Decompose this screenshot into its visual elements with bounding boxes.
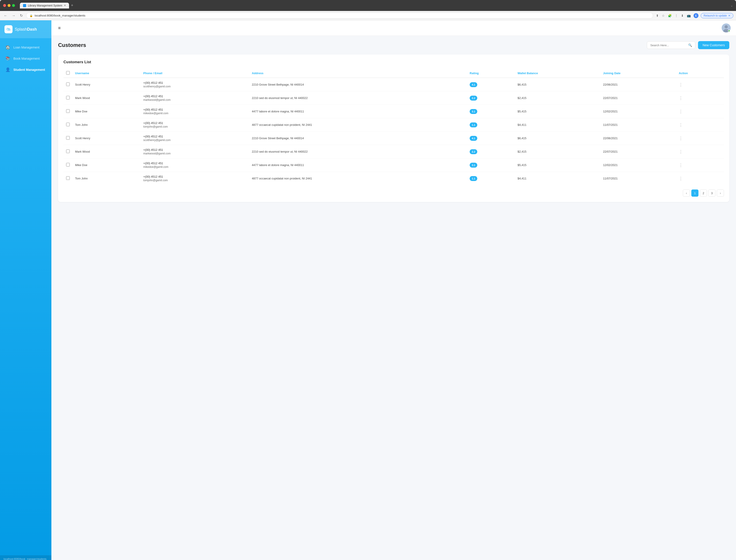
new-customers-button[interactable]: New Customers [698,41,729,49]
row-phone-email: +(00) 4512 451 markwood@gamil.com [141,145,249,158]
sidebar-label-loan: Loan Management [13,46,40,49]
page-1-button[interactable]: 1 [691,189,698,197]
rating-badge: 4.1 [470,136,477,141]
close-button[interactable] [3,4,6,7]
page-body: Customers 🔍 New Customers Customers List [51,36,736,560]
cast-icon[interactable]: 📺 [686,13,691,18]
sidebar-item-book[interactable]: 📚 Book Management [0,53,51,64]
row-checkbox[interactable] [66,96,70,99]
row-username: Mark Wood [72,145,141,158]
row-rating: 2.2 [467,145,515,158]
rating-badge: 3.1 [470,163,477,168]
share-icon[interactable]: ⬆ [655,13,659,18]
action-menu-button[interactable]: ⋮ [679,123,683,127]
row-phone-email: +(00) 4512 451 tomjohn@gamil.com [141,118,249,132]
logo-icon: 🛍 [4,25,13,33]
row-checkbox[interactable] [66,123,70,126]
row-email: mikedoe@gamil.com [143,112,246,115]
row-email: tomjohn@gamil.com [143,125,246,128]
row-action: ⋮ [676,78,724,91]
back-button[interactable]: ← [3,13,8,18]
row-joining-date: 22/06/2021 [600,132,676,145]
row-username: Mike Doe [72,158,141,172]
row-joining-date: 11/07/2021 [600,118,676,132]
bookmark-icon[interactable]: ☆ [661,13,665,18]
action-menu-button[interactable]: ⋮ [679,176,683,181]
row-checkbox-cell [63,145,72,158]
row-username: Tom John [72,118,141,132]
col-rating: Rating [467,69,515,78]
col-phone-email: Phone / Email [141,69,249,78]
prev-page-button[interactable]: ‹ [683,189,690,197]
relaunch-close-icon[interactable]: ✕ [728,14,730,17]
student-icon: 👤 [5,67,10,72]
user-badge[interactable]: E [694,13,698,18]
action-menu-button[interactable]: ⋮ [679,149,683,154]
row-checkbox-cell [63,78,72,91]
statusbar-url: localhost:8080/book_manager/students [4,558,46,560]
page-3-button[interactable]: 3 [708,189,715,197]
row-checkbox[interactable] [66,82,70,86]
action-menu-button[interactable]: ⋮ [679,136,683,141]
row-wallet-balance: $5,415 [515,158,600,172]
maximize-button[interactable] [12,4,15,7]
row-joining-date: 22/07/2021 [600,91,676,105]
traffic-lights [3,4,15,7]
tab-close-button[interactable]: ✕ [64,4,66,7]
sidebar-item-student[interactable]: 👤 Student Management [0,64,51,75]
row-phone-email: +(00) 4512 451 tomjohn@gamil.com [141,172,249,185]
row-rating: 3.1 [467,105,515,118]
row-rating: 1.1 [467,172,515,185]
statusbar: localhost:8080/book_manager/students [0,555,51,560]
menu-icon[interactable]: ⋮ [674,13,679,18]
app-wrapper: 🛍 SplashDash 🏠 Loan Management 📚 Book Ma… [0,20,736,560]
relaunch-button[interactable]: Relaunch to update ✕ [701,13,733,18]
row-checkbox[interactable] [66,176,70,180]
search-input[interactable] [650,44,686,47]
row-checkbox[interactable] [66,149,70,153]
row-checkbox[interactable] [66,163,70,166]
row-joining-date: 22/06/2021 [600,78,676,91]
refresh-button[interactable]: ↻ [19,13,24,18]
table-row: Tom John +(00) 4512 451 tomjohn@gamil.co… [63,172,724,185]
active-tab[interactable]: Library Management System ✕ [20,3,69,8]
sidebar-item-loan[interactable]: 🏠 Loan Management [0,42,51,53]
sidebar: 🛍 SplashDash 🏠 Loan Management 📚 Book Ma… [0,20,51,560]
action-menu-button[interactable]: ⋮ [679,109,683,114]
row-wallet-balance: $6,415 [515,78,600,91]
forward-button[interactable]: → [11,13,17,18]
row-address: 2210 Grove Street Bethpage, NI 440014 [249,132,467,145]
chevron-down-icon[interactable]: ⌄ [731,4,733,7]
avatar-container[interactable] [722,23,731,32]
row-checkbox[interactable] [66,109,70,113]
new-tab-button[interactable]: + [69,2,75,9]
prev-arrow-icon: ‹ [686,191,687,195]
hamburger-icon[interactable]: ≡ [57,25,62,32]
extensions-icon[interactable]: 🧩 [667,13,672,18]
table-row: Mark Wood +(00) 4512 451 markwood@gamil.… [63,145,724,158]
table-row: Scott Henry +(00) 4512 451 scotthenry@ga… [63,132,724,145]
row-phone: +(00) 4512 451 [143,135,246,138]
sidebar-label-student: Student Management [13,68,45,72]
col-wallet-balance: Wallet Balance [515,69,600,78]
action-menu-button[interactable]: ⋮ [679,163,683,167]
next-page-button[interactable]: › [717,189,724,197]
minimize-button[interactable] [8,4,11,7]
row-rating: 3.1 [467,158,515,172]
col-address: Address [249,69,467,78]
next-arrow-icon: › [720,191,721,195]
relaunch-label: Relaunch to update [704,14,727,17]
table-row: Scott Henry +(00) 4512 451 scotthenry@ga… [63,78,724,91]
download-icon[interactable]: ⬇ [680,13,684,18]
url-bar[interactable]: 🔒 localhost:8080/book_manager/students [26,13,653,19]
page-2-button[interactable]: 2 [700,189,707,197]
select-all-checkbox[interactable] [66,71,70,75]
action-menu-button[interactable]: ⋮ [679,96,683,100]
row-action: ⋮ [676,132,724,145]
sidebar-logo: 🛍 SplashDash [0,20,51,38]
row-username: Mark Wood [72,91,141,105]
table-card-title: Customers List [63,60,724,64]
action-menu-button[interactable]: ⋮ [679,82,683,87]
row-checkbox[interactable] [66,136,70,140]
main-content: ≡ [51,20,736,560]
